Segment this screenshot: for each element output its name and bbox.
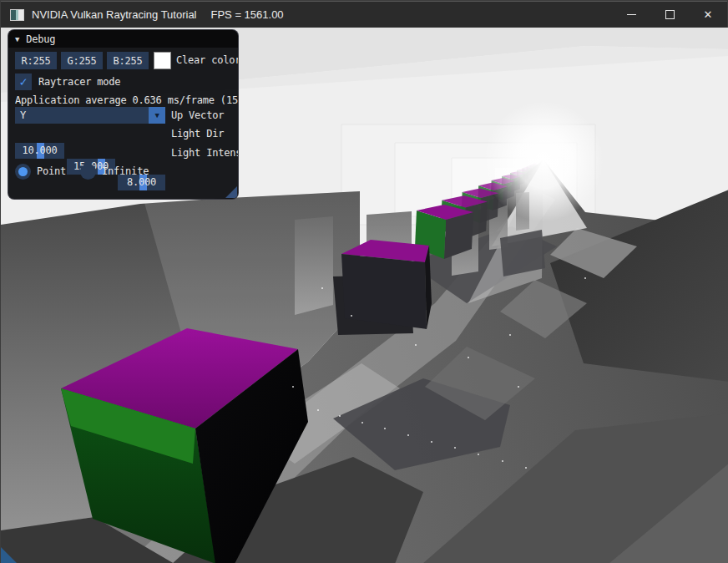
app-window: NVIDIA Vulkan Raytracing Tutorial FPS = … xyxy=(0,0,728,563)
radio-selected-dot xyxy=(18,167,28,176)
radio-point-label: Point xyxy=(37,164,66,180)
up-vector-label: Up Vector xyxy=(171,107,224,124)
light-dir-x-value: 10.000 xyxy=(15,143,64,159)
perf-stats-text: Application average 0.636 ms/frame (15 xyxy=(15,94,239,107)
minimize-button[interactable] xyxy=(612,2,650,28)
minimize-icon xyxy=(627,14,636,15)
close-button[interactable]: ✕ xyxy=(689,2,727,28)
window-controls: ✕ xyxy=(612,2,727,28)
up-vector-combo[interactable]: Y ▼ xyxy=(15,107,165,124)
fps-counter: FPS = 1561.00 xyxy=(211,8,284,21)
light-dir-label: Light Dir xyxy=(171,126,224,142)
light-dir-x-drag[interactable]: 10.000 xyxy=(15,143,64,159)
check-icon: ✓ xyxy=(20,76,28,89)
clear-color-label: Clear color xyxy=(176,52,239,69)
window-title: NVIDIA Vulkan Raytracing Tutorial xyxy=(32,8,197,21)
collapse-arrow-icon[interactable]: ▼ xyxy=(15,35,19,43)
chevron-down-icon: ▼ xyxy=(154,111,159,119)
debug-panel-titlebar[interactable]: ▼ Debug xyxy=(8,30,238,48)
radio-point[interactable] xyxy=(15,164,31,180)
app-icon xyxy=(10,9,24,21)
up-vector-value: Y xyxy=(20,107,26,124)
radio-infinite-label: Infinite xyxy=(102,164,149,180)
cube-middle xyxy=(341,240,432,329)
debug-panel[interactable]: ▼ Debug R:255 G:255 B:255 Clear color ✓ … xyxy=(8,29,239,200)
combo-arrow-button[interactable]: ▼ xyxy=(149,107,165,124)
maximize-button[interactable] xyxy=(650,2,689,28)
clear-color-swatch[interactable] xyxy=(154,52,171,69)
raytracer-mode-checkbox[interactable]: ✓ xyxy=(15,74,32,90)
close-icon: ✕ xyxy=(704,9,713,20)
raytracer-mode-label: Raytracer mode xyxy=(38,74,120,90)
b-value-button[interactable]: B:255 xyxy=(107,52,149,69)
panel-resize-grip[interactable] xyxy=(225,186,237,198)
viewport-3d-scene[interactable]: ▼ Debug R:255 G:255 B:255 Clear color ✓ … xyxy=(1,28,728,563)
radio-infinite[interactable] xyxy=(80,164,96,180)
debug-panel-title: Debug xyxy=(26,33,55,45)
light-intensity-label: Light Intens xyxy=(171,145,239,161)
maximize-icon xyxy=(665,10,675,19)
window-titlebar[interactable]: NVIDIA Vulkan Raytracing Tutorial FPS = … xyxy=(1,1,727,28)
g-value-button[interactable]: G:255 xyxy=(61,52,103,69)
r-value-button[interactable]: R:255 xyxy=(15,52,57,69)
